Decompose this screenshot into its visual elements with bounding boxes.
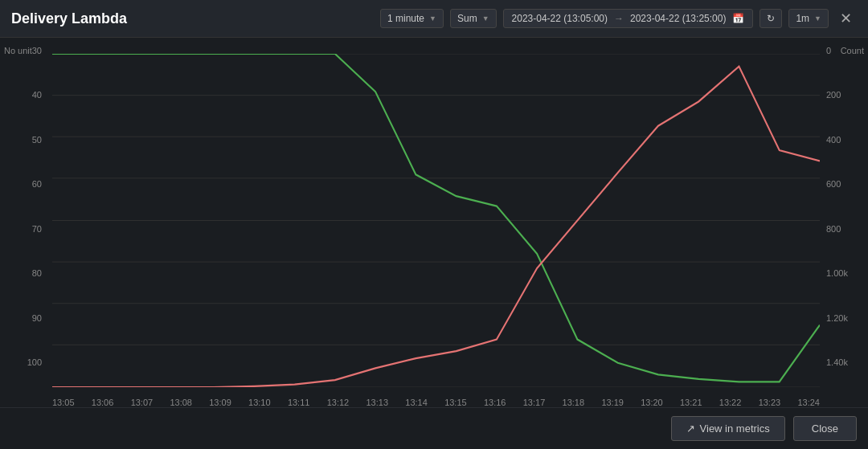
interval-arrow-icon: ▼ <box>429 14 436 22</box>
y-right-tick: 400 <box>826 135 841 145</box>
x-tick: 13:23 <box>759 398 781 407</box>
x-tick: 13:16 <box>484 398 506 407</box>
y-left-tick: 40 <box>32 90 42 100</box>
interval-dropdown[interactable]: 1 minute ▼ <box>380 9 444 28</box>
y-left-tick: 80 <box>32 268 42 278</box>
x-tick: 13:14 <box>405 398 428 407</box>
date-arrow-icon: → <box>614 13 624 24</box>
x-tick: 13:15 <box>444 398 467 407</box>
close-button[interactable]: ✕ <box>835 8 857 29</box>
x-tick: 13:20 <box>641 398 663 407</box>
stat-label: Sum <box>457 13 477 24</box>
stat-arrow-icon: ▼ <box>482 14 489 22</box>
y-axis-right: 1.40k 1.20k 1.00k 800 600 400 200 0 <box>820 46 868 367</box>
calendar-icon[interactable]: 📅 <box>732 13 744 24</box>
refresh-icon: ↻ <box>767 13 775 24</box>
header-controls: 1 minute ▼ Sum ▼ 2023-04-22 (13:05:00) →… <box>380 8 857 29</box>
view-metrics-button[interactable]: ↗ View in metrics <box>671 416 785 441</box>
chart-svg-container <box>52 54 820 387</box>
y-left-tick: 30 <box>32 46 42 55</box>
x-tick: 13:07 <box>131 398 154 407</box>
y-left-tick: 60 <box>32 179 42 189</box>
y-axis-left: 100 90 80 70 60 50 40 30 <box>0 46 48 367</box>
x-tick: 13:09 <box>209 398 231 407</box>
x-tick: 13:06 <box>92 398 114 407</box>
y-right-tick: 600 <box>826 179 841 189</box>
y-left-tick: 50 <box>32 135 42 145</box>
x-tick: 13:19 <box>601 398 624 407</box>
y-left-tick: 100 <box>27 357 42 367</box>
refresh-interval-dropdown[interactable]: 1m ▼ <box>788 9 829 28</box>
x-tick: 13:11 <box>288 398 310 407</box>
date-start: 2023-04-22 (13:05:00) <box>512 13 608 24</box>
external-link-icon: ↗ <box>686 422 695 435</box>
x-tick: 13:21 <box>680 398 702 407</box>
x-tick: 13:08 <box>170 398 192 407</box>
x-tick: 13:22 <box>719 398 742 407</box>
chart-wrapper: No unit Count 100 90 80 70 60 50 40 30 1… <box>0 38 868 431</box>
x-tick: 13:17 <box>523 398 546 407</box>
errors-line <box>52 67 820 387</box>
x-tick: 13:12 <box>327 398 350 407</box>
date-end: 2023-04-22 (13:25:00) <box>630 13 726 24</box>
y-right-tick: 1.00k <box>826 268 848 278</box>
grid-lines <box>52 54 820 387</box>
interval-label: 1 minute <box>387 13 424 24</box>
y-right-tick: 800 <box>826 224 841 234</box>
y-right-tick: 1.20k <box>826 313 848 323</box>
date-range-picker[interactable]: 2023-04-22 (13:05:00) → 2023-04-22 (13:2… <box>503 9 754 28</box>
page-title: Delivery Lambda <box>11 10 372 27</box>
y-right-tick: 0 <box>826 46 831 55</box>
chart-svg <box>52 54 820 387</box>
x-axis: 13:05 13:06 13:07 13:08 13:09 13:10 13:1… <box>52 398 820 407</box>
x-tick: 13:24 <box>797 398 820 407</box>
x-tick: 13:18 <box>563 398 585 407</box>
success-rate-line <box>52 54 820 382</box>
y-right-tick: 1.40k <box>826 357 848 367</box>
close-footer-button[interactable]: Close <box>793 416 857 441</box>
close-footer-label: Close <box>812 422 838 435</box>
view-metrics-label: View in metrics <box>700 422 770 435</box>
refresh-interval-label: 1m <box>796 13 809 24</box>
y-left-tick: 70 <box>32 224 42 234</box>
x-tick: 13:13 <box>366 398 389 407</box>
refresh-interval-arrow-icon: ▼ <box>814 14 821 22</box>
x-tick: 13:05 <box>52 398 75 407</box>
x-tick: 13:10 <box>248 398 271 407</box>
y-left-tick: 90 <box>32 313 42 323</box>
footer: ↗ View in metrics Close <box>0 407 868 449</box>
y-right-tick: 200 <box>826 90 841 100</box>
stat-dropdown[interactable]: Sum ▼ <box>450 9 497 28</box>
header: Delivery Lambda 1 minute ▼ Sum ▼ 2023-04… <box>0 0 868 38</box>
refresh-button[interactable]: ↻ <box>760 9 782 28</box>
